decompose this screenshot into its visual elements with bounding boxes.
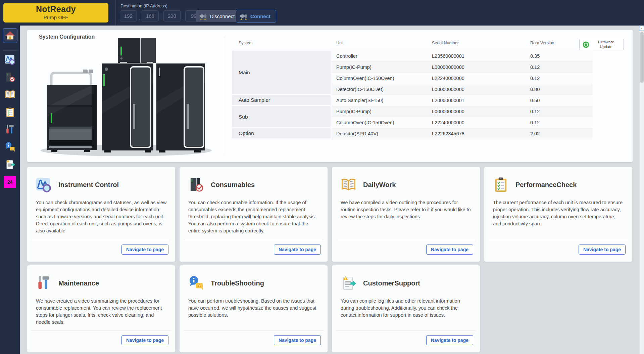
connect-button-label: Connect [250,13,270,19]
sidebar-item-troubleshooting[interactable] [3,140,17,154]
card-troubleshooting: TroubleShooting You can perform troubles… [179,265,328,353]
open-book-icon [5,89,15,100]
card-title: PerformanceCheck [515,181,577,189]
card-maintenance: Maintenance We have created a video summ… [27,265,176,353]
card-divider [184,240,324,240]
column-header-unit: Unit [332,37,427,51]
navigate-to-page-button[interactable]: Navigate to page [274,245,321,255]
clipboard-checklist-icon [493,177,509,193]
card-description: We have compiled a video outlining the p… [341,199,472,220]
card-header: PerformanceCheck [493,177,577,193]
connect-button[interactable]: Connect [236,10,276,23]
card-performancecheck: PerformanceCheck The current performance… [484,167,633,262]
sidebar-divider [3,50,17,51]
sidebar-item-maintenance[interactable] [3,122,17,137]
unit-cell: Controller [332,51,427,62]
card-header: TroubleShooting [188,275,264,291]
topbar-divider [115,0,116,26]
card-divider [336,240,476,240]
rom-cell: 0.35 [526,51,593,62]
disconnect-button-label: Disconnect [210,13,235,19]
open-book-icon [341,177,356,193]
status-subtitle: Pump OFF [3,14,108,20]
chromatogram-magnifier-icon [36,177,52,193]
unit-cell: Detector(IC-150CDet) [332,84,427,95]
navigate-to-page-button[interactable]: Navigate to page [426,335,473,345]
column-header-serial-number: Serial Number [427,37,526,51]
card-divider [31,240,171,240]
navigate-to-page-button[interactable]: Navigate to page [426,245,473,255]
table-row: OptionDetector(SPD-40V)L222623456782.02 [232,128,593,139]
serial-cell: L20000000001 [427,95,526,106]
system-table-body: MainControllerL235600000010.35Pump(IC-Pu… [232,51,593,139]
unit-cell: ColumnOven(IC-150Oven) [332,117,427,128]
card-title: Maintenance [58,279,99,287]
rom-cell: 2.02 [526,128,593,139]
chat-alert-icon [188,275,204,291]
system-group-cell: Auto Sampler [232,95,332,106]
sidebar-item-instrument-control[interactable] [3,52,17,67]
destination-label: Destination (IP Address) [120,3,167,8]
tools-icon [5,124,15,135]
card-instrument-control: Instrument Control You can check chromat… [27,167,176,262]
card-divider [31,330,171,331]
sidebar-item-consumables[interactable] [3,70,17,85]
card-header: Instrument Control [36,177,119,193]
system-configuration-panel: System Configuration [27,30,633,162]
rom-cell: 0.80 [526,84,593,95]
card-consumables: Consumables You can check consumable inf… [179,167,328,262]
rom-cell: 0.50 [526,95,593,106]
panel-divider [224,36,224,153]
status-title: NotReady [3,4,108,14]
status-badge: NotReady Pump OFF [3,3,108,23]
card-header: DailyWork [341,177,396,193]
scrollbar-up-arrow[interactable]: ▲ [640,26,644,31]
sidebar-item-performancecheck[interactable] [3,105,17,120]
sidebar-item-dailywork[interactable] [3,87,17,102]
rom-cell: 0.12 [526,106,593,117]
rom-cell: 0.12 [526,62,593,73]
card-title: Instrument Control [58,181,119,189]
rom-cell: 0.12 [526,117,593,128]
disconnect-button[interactable]: Disconnect [196,10,236,22]
serial-cell: L00000000000 [427,106,526,117]
vertical-scrollbar[interactable]: ▲ [639,26,644,354]
card-header: CustomerSupport [341,275,420,291]
document-export-icon [341,275,356,291]
cabinet-check-icon [188,177,204,193]
plug-connect-icon [240,12,248,20]
navigate-to-page-button[interactable]: Navigate to page [121,335,168,345]
card-description: The current performance of each unit is … [493,199,624,227]
column-header-system: System [232,37,332,51]
card-description: You can check consumable information. If… [188,199,319,234]
card-divider [184,330,324,331]
table-row: Auto SamplerAuto Sampler(SI-150)L2000000… [232,95,593,106]
unit-cell: Pump(IC-Pump) [332,106,427,117]
table-row: SubPump(IC-Pump)L000000000000.12 [232,106,593,117]
sidebar-item-customersupport[interactable] [3,157,17,172]
unit-cell: Pump(IC-Pump) [332,62,427,73]
instrument-illustration [34,33,222,158]
navigate-to-page-button[interactable]: Navigate to page [274,335,321,345]
card-title: DailyWork [363,181,396,189]
ip-octet-1-field[interactable]: 192 [120,10,137,21]
ip-address-group: 192 . 168 . 200 . 99 [120,10,202,21]
table-row: MainControllerL235600000010.35 [232,51,593,62]
card-title: CustomerSupport [363,279,420,287]
ip-octet-3-field[interactable]: 200 [163,10,181,21]
sidebar-item-home[interactable] [3,28,17,43]
ip-octet-2-field[interactable]: 168 [142,10,159,21]
navigate-to-page-button[interactable]: Navigate to page [579,245,626,255]
serial-cell: L00000000000 [427,62,526,73]
ip-dot: . [182,15,184,21]
card-description: You can check chromatograms and statuses… [36,199,167,234]
top-bar: NotReady Pump OFF Destination (IP Addres… [0,0,644,26]
serial-cell: L22262345678 [427,128,526,139]
notification-count-badge[interactable]: 24 [4,176,16,188]
card-title: TroubleShooting [211,279,264,287]
navigate-to-page-button[interactable]: Navigate to page [121,245,168,255]
unit-cell: ColumnOven(IC-150Oven) [332,73,427,84]
scrollbar-thumb[interactable] [640,32,644,83]
chat-alert-icon [5,142,15,152]
rom-cell: 0.12 [526,73,593,84]
